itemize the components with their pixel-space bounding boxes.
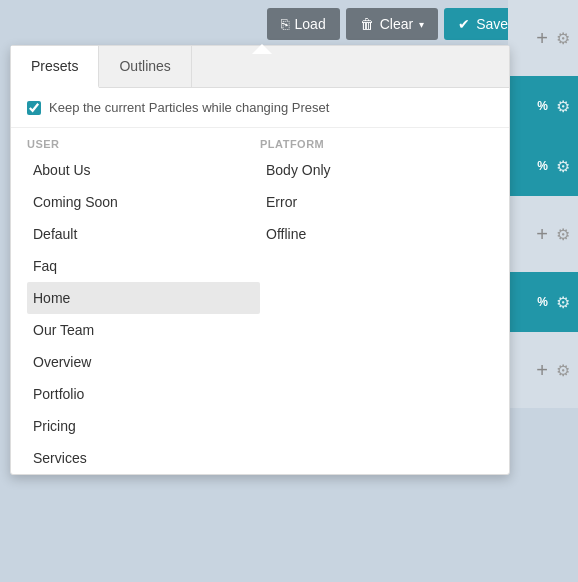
user-list-item[interactable]: Portfolio bbox=[27, 378, 260, 410]
preset-lists: About UsComing SoonDefaultFaqHomeOur Tea… bbox=[11, 154, 509, 474]
user-list-item[interactable]: Default bbox=[27, 218, 260, 250]
user-list-item[interactable]: Services bbox=[27, 442, 260, 474]
toolbar: ⎘ Load 🗑 Clear ▾ ✔ Save Layout bbox=[0, 0, 578, 48]
panel-row-4: + ⚙ bbox=[508, 196, 578, 272]
keep-particles-row: Keep the current Particles while changin… bbox=[11, 88, 509, 128]
panel-percent-5: % bbox=[537, 295, 548, 309]
clear-caret-icon: ▾ bbox=[419, 19, 424, 30]
user-list-item[interactable]: Coming Soon bbox=[27, 186, 260, 218]
platform-list-item[interactable]: Error bbox=[260, 186, 493, 218]
platform-list: Body OnlyErrorOffline bbox=[260, 154, 493, 474]
keep-particles-checkbox[interactable] bbox=[27, 101, 41, 115]
clear-icon: 🗑 bbox=[360, 16, 374, 32]
tab-presets-label: Presets bbox=[31, 58, 78, 74]
tab-presets[interactable]: Presets bbox=[11, 46, 99, 88]
gear-icon-5[interactable]: ⚙ bbox=[556, 293, 570, 312]
tab-outlines-label: Outlines bbox=[119, 58, 170, 74]
panel-percent-2: % bbox=[537, 99, 548, 113]
gear-icon-3[interactable]: ⚙ bbox=[556, 157, 570, 176]
user-list-item[interactable]: Home bbox=[27, 282, 260, 314]
panel-row-3: % ⚙ bbox=[508, 136, 578, 196]
gear-icon-4[interactable]: ⚙ bbox=[556, 225, 570, 244]
gear-icon-6[interactable]: ⚙ bbox=[556, 361, 570, 380]
platform-list-item[interactable]: Body Only bbox=[260, 154, 493, 186]
add-icon-1[interactable]: + bbox=[536, 27, 548, 50]
panel-row-2: % ⚙ bbox=[508, 76, 578, 136]
clear-label: Clear bbox=[380, 16, 413, 32]
add-icon-4[interactable]: + bbox=[536, 223, 548, 246]
user-list-item[interactable]: Pricing bbox=[27, 410, 260, 442]
gear-icon-1[interactable]: ⚙ bbox=[556, 29, 570, 48]
user-list-item[interactable]: Overview bbox=[27, 346, 260, 378]
user-list-item[interactable]: Faq bbox=[27, 250, 260, 282]
user-list: About UsComing SoonDefaultFaqHomeOur Tea… bbox=[27, 154, 260, 474]
dropdown-arrow bbox=[252, 44, 272, 54]
platform-column-header: PLATFORM bbox=[260, 138, 493, 150]
right-panel-container: + ⚙ % ⚙ % ⚙ + ⚙ % ⚙ + ⚙ bbox=[508, 0, 578, 582]
panel-row-1: + ⚙ bbox=[508, 0, 578, 76]
panel-row-6: + ⚙ bbox=[508, 332, 578, 408]
panel-percent-3: % bbox=[537, 159, 548, 173]
save-icon: ✔ bbox=[458, 16, 470, 32]
dropdown-panel: Presets Outlines Keep the current Partic… bbox=[10, 45, 510, 475]
platform-list-item[interactable]: Offline bbox=[260, 218, 493, 250]
load-label: Load bbox=[295, 16, 326, 32]
load-icon: ⎘ bbox=[281, 16, 289, 32]
column-headers: USER PLATFORM bbox=[11, 128, 509, 154]
user-column-header: USER bbox=[27, 138, 260, 150]
panel-row-5: % ⚙ bbox=[508, 272, 578, 332]
clear-button[interactable]: 🗑 Clear ▾ bbox=[346, 8, 438, 40]
user-list-item[interactable]: Our Team bbox=[27, 314, 260, 346]
user-list-item[interactable]: About Us bbox=[27, 154, 260, 186]
tab-outlines[interactable]: Outlines bbox=[99, 46, 191, 87]
gear-icon-2[interactable]: ⚙ bbox=[556, 97, 570, 116]
add-icon-6[interactable]: + bbox=[536, 359, 548, 382]
keep-particles-label: Keep the current Particles while changin… bbox=[49, 100, 329, 115]
load-button[interactable]: ⎘ Load bbox=[267, 8, 340, 40]
